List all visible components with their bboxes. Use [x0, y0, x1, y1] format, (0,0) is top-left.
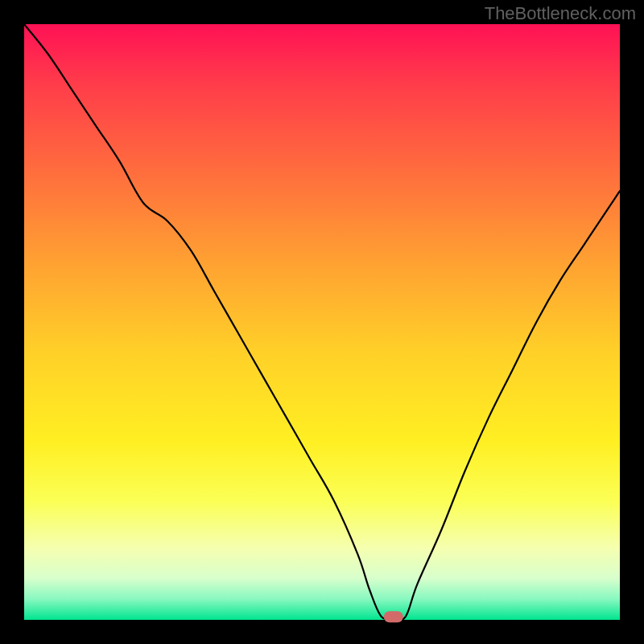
chart-svg: [0, 0, 644, 644]
bottleneck-chart: TheBottleneck.com: [0, 0, 644, 644]
watermark-text: TheBottleneck.com: [485, 3, 636, 24]
optimum-marker: [384, 611, 403, 622]
gradient-background: [24, 24, 620, 620]
